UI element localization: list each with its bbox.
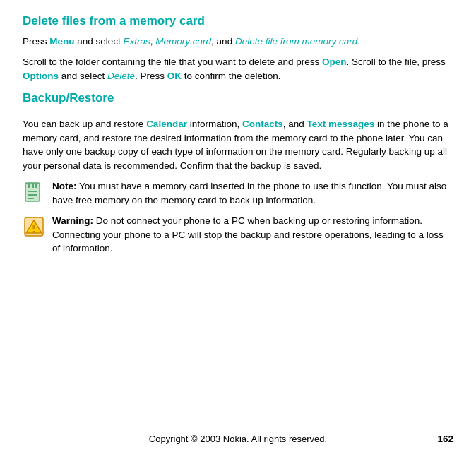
note-body: You must have a memory card inserted in … xyxy=(52,181,446,205)
memory-card-link: Memory card xyxy=(155,36,211,47)
svg-rect-4 xyxy=(28,191,37,192)
section-title-backup: Backup/Restore xyxy=(23,90,453,107)
svg-rect-3 xyxy=(35,183,37,188)
warning-text-1: Warning: Do not connect your phone to a … xyxy=(52,214,453,256)
svg-rect-6 xyxy=(28,198,34,199)
note-box-1: Note: You must have a memory card insert… xyxy=(23,179,453,207)
warning-box-1: Warning: Do not connect your phone to a … xyxy=(23,214,453,256)
page-content: Delete files from a memory card Press Me… xyxy=(0,0,476,275)
copyright-text: Copyright © 2003 Nokia. All rights reser… xyxy=(149,433,327,446)
text-messages-keyword: Text messages xyxy=(307,119,375,129)
delete-paragraph-1: Press Menu and select Extras, Memory car… xyxy=(23,35,453,49)
delete-file-link: Delete file from memory card xyxy=(235,36,357,47)
delete-paragraph-2: Scroll to the folder containing the file… xyxy=(23,55,453,83)
svg-rect-5 xyxy=(28,194,37,196)
calendar-keyword: Calendar xyxy=(146,119,187,129)
svg-rect-9 xyxy=(33,225,35,230)
contacts-keyword: Contacts xyxy=(242,119,283,129)
menu-keyword: Menu xyxy=(49,36,74,47)
svg-rect-1 xyxy=(28,183,30,188)
ok-keyword: OK xyxy=(167,71,182,81)
footer-page-number: 162 xyxy=(437,432,453,446)
backup-paragraph-1: You can back up and restore Calendar inf… xyxy=(23,117,453,172)
note-text-1: Note: You must have a memory card insert… xyxy=(52,179,453,207)
warning-label: Warning: xyxy=(52,215,93,226)
svg-rect-10 xyxy=(33,231,35,233)
delete-keyword: Delete xyxy=(107,71,135,81)
footer-copyright: Copyright © 2003 Nokia. All rights reser… xyxy=(0,433,476,446)
options-keyword: Options xyxy=(23,71,59,81)
page-number: 162 xyxy=(437,434,453,444)
note-icon xyxy=(23,181,45,203)
warning-icon xyxy=(23,215,45,238)
section-title-delete: Delete files from a memory card xyxy=(23,13,453,30)
open-keyword: Open xyxy=(322,56,347,67)
svg-rect-2 xyxy=(32,183,34,188)
note-label: Note: xyxy=(52,181,77,191)
warning-body: Do not connect your phone to a PC when b… xyxy=(52,215,444,254)
extras-link: Extras xyxy=(124,36,150,47)
